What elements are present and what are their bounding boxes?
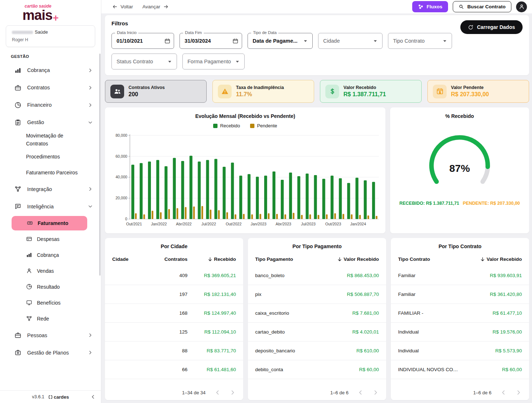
table-header: Tipo ContratoValor Recebido (391, 254, 529, 266)
field-label: Tipo de Data (251, 30, 278, 35)
kpi-valor-recebido[interactable]: Valor RecebidoR$ 1.387.711,71 (320, 80, 422, 103)
pagination-prev-button[interactable] (500, 389, 507, 396)
table-row[interactable]: 197R$ 182.131,40 (105, 285, 243, 304)
column-header-cidade[interactable]: Cidade (112, 256, 154, 262)
pie-chart-icon (14, 102, 21, 109)
table-cell: R$ 5.573,90 (460, 348, 522, 353)
pagination-prev-button[interactable] (214, 389, 221, 396)
sidebar-item-gestao-de-planos[interactable]: Gestão de Planos (0, 344, 101, 361)
flow-icon (418, 4, 423, 9)
table-row[interactable]: banco_boletoR$ 868.453,00 (248, 266, 386, 285)
sidebar-item-gestao[interactable]: Gestão (0, 114, 101, 131)
sidebar-item-inteligencia[interactable]: Inteligência (0, 198, 101, 215)
filter-forma-pagamento[interactable]: Forma Pagamento (182, 54, 245, 69)
filter-cidade[interactable]: Cidade (318, 33, 383, 49)
table-cell: 88 (154, 348, 187, 353)
sidebar-item-integracao[interactable]: Integração (0, 181, 101, 198)
caret-down-icon (441, 37, 448, 44)
table-row[interactable]: pixR$ 506.887,70 (248, 285, 386, 304)
sidebar-menu: CobrançaContratosFinanceiroGestãoMovimet… (0, 61, 101, 390)
sidebar-subitem-label: Benefícios (37, 299, 60, 307)
table-row[interactable]: FamiliarR$ 361.420,80 (391, 285, 529, 304)
field-value: Data de Pagame... (253, 38, 297, 44)
pagination-prev-button[interactable] (357, 389, 364, 396)
field-value: 31/03/2024 (185, 38, 211, 44)
kpi-taxa-de-inadimplencia[interactable]: Taxa de Inadimplência11.7% (212, 80, 314, 103)
table-row[interactable]: cartao_debitoR$ 4.020,01 (248, 323, 386, 342)
back-button[interactable]: Voltar (112, 4, 133, 9)
sidebar-item-financeiro[interactable]: Financeiro (0, 96, 101, 114)
sidebar-item-label: Contratos (27, 85, 50, 90)
filter-status-contrato[interactable]: Status Contrato (111, 54, 177, 69)
sidebar-collapse-button[interactable] (90, 394, 96, 400)
svg-text:20,000: 20,000 (115, 196, 127, 200)
table-pagination: 1–6 de 6 (248, 386, 386, 400)
table-row[interactable]: 66R$ 61.481,60 (105, 360, 243, 379)
table-body[interactable]: banco_boletoR$ 868.453,00pixR$ 506.887,7… (248, 266, 386, 386)
table-row[interactable]: 88R$ 83.771,70 (105, 342, 243, 360)
legend-item-recebido[interactable]: Recebido (213, 123, 240, 128)
filter-tipo-de-data[interactable]: Tipo de DataData de Pagame... (248, 33, 313, 49)
table-row[interactable]: FamiliarR$ 939.603,91 (391, 266, 529, 285)
table-cell: cartao_debito (255, 329, 317, 335)
column-header-valor-recebido[interactable]: Valor Recebido (317, 256, 379, 262)
sidebar-scrollbar[interactable] (99, 54, 101, 276)
column-header-tipo-contrato[interactable]: Tipo Contrato (398, 256, 460, 262)
gauge-pending-total: PENDENTE: R$ 207.330,00 (463, 201, 520, 206)
filter-data-fim[interactable]: Data Fim31/03/2024 (180, 33, 242, 49)
sidebar-subitem-vendas[interactable]: Vendas (0, 263, 101, 279)
table-row[interactable]: FAMILIAR -R$ 61.477,10 (391, 304, 529, 323)
sidebar-item-pessoas[interactable]: Pessoas (0, 327, 101, 344)
table-row[interactable]: IndividualR$ 19.576,00 (391, 323, 529, 342)
table-row[interactable]: 168R$ 124.997,40 (105, 304, 243, 323)
table-row[interactable]: 409R$ 369.605,21 (105, 266, 243, 285)
column-header-valor-recebido[interactable]: Valor Recebido (460, 256, 522, 262)
column-header-tipo-pagamento[interactable]: Tipo Pagamento (255, 256, 317, 262)
sidebar-item-cobranca[interactable]: Cobrança (0, 61, 101, 79)
table-cell: 168 (154, 310, 187, 316)
table-row[interactable]: INDIVIDUAL NOVOS COMPLE...R$ 60,00 (391, 360, 529, 379)
sidebar-subitem-procedimentos[interactable]: Procedimentos (0, 149, 101, 165)
pagination-next-button[interactable] (515, 389, 522, 396)
table-row[interactable]: debito_contaR$ 60,00 (248, 360, 386, 379)
nodes-icon (14, 186, 21, 192)
table-row[interactable]: IndividualR$ 5.573,90 (391, 342, 529, 360)
pagination-next-button[interactable] (372, 389, 379, 396)
redacted-text (12, 31, 33, 34)
dollar-icon (325, 85, 339, 98)
carregar-dados-button[interactable]: Carregar Dados (460, 20, 523, 34)
sidebar-subitem-despesas[interactable]: Despesas (0, 231, 101, 247)
table-body[interactable]: 409R$ 369.605,21197R$ 182.131,40168R$ 12… (105, 266, 243, 386)
svg-text:40,000: 40,000 (115, 175, 127, 179)
table-row[interactable]: deposito_bancarioR$ 610,00 (248, 342, 386, 360)
column-header-recebido[interactable]: Recebido (187, 256, 236, 262)
legend-item-pendente[interactable]: Pendente (250, 123, 277, 128)
forward-button[interactable]: Avançar (143, 4, 169, 9)
sidebar-subitem-beneficios[interactable]: Benefícios (0, 295, 101, 311)
buscar-contrato-button[interactable]: Buscar Contrato (453, 1, 511, 12)
pagination-next-button[interactable] (229, 389, 236, 396)
table-row[interactable]: caixa_escritorioR$ 7.681,00 (248, 304, 386, 323)
calendar-money-icon (433, 85, 447, 98)
table-cell: R$ 868.453,00 (317, 273, 379, 278)
table-body[interactable]: FamiliarR$ 939.603,91FamiliarR$ 361.420,… (391, 266, 529, 386)
sidebar-subitem-faturamento-parceiros[interactable]: Faturamento Parceiros (0, 165, 101, 181)
sidebar-subitem-faturamento[interactable]: 100Faturamento (12, 216, 87, 230)
kpi-contratos-ativos[interactable]: Contratos Ativos200 (105, 80, 207, 103)
kpi-valor-pendente[interactable]: Valor PendenteR$ 207.330,00 (427, 80, 529, 103)
sidebar-subitem-rede[interactable]: Rede (0, 311, 101, 327)
user-avatar[interactable] (516, 1, 527, 12)
sidebar-subitem-movimetacao-de-contratos[interactable]: Movimetação de Contratos (0, 131, 101, 149)
table-card-por-cidade: Por CidadeCidadeContratosRecebido409R$ 3… (105, 238, 243, 400)
sidebar-subitem-label: Despesas (37, 235, 59, 243)
sidebar-subitem-resultado[interactable]: Resultado (0, 279, 101, 295)
sidebar-subitem-cobranca[interactable]: Cobrança (0, 247, 101, 263)
filter-tipo-contrato[interactable]: Tipo Contrato (388, 33, 452, 49)
table-row[interactable]: 125R$ 112.094,10 (105, 323, 243, 342)
user-card[interactable]: Saúde Roger H (6, 25, 95, 47)
svg-text:Out/2023: Out/2023 (325, 222, 341, 226)
sidebar-item-contratos[interactable]: Contratos (0, 79, 101, 96)
filter-data-inicio[interactable]: Data Inicio01/10/2021 (111, 33, 174, 49)
column-header-contratos[interactable]: Contratos (154, 256, 187, 262)
fluxos-button[interactable]: Fluxos (412, 1, 448, 12)
